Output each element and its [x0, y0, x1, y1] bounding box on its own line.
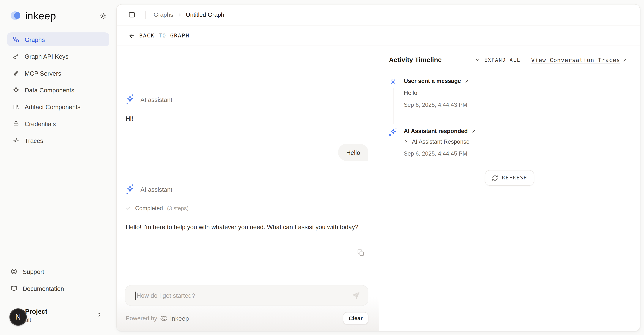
timeline-item-user-message: User sent a message Hello Sep 6, 2025, 4…: [389, 78, 628, 108]
timeline-item-title-row[interactable]: User sent a message: [404, 78, 628, 84]
timeline-item-timestamp: Sep 6, 2025, 4:44:45 PM: [404, 150, 628, 157]
sun-icon: [100, 12, 106, 19]
theme-toggle-button[interactable]: [98, 10, 108, 20]
chat-footer: Powered by inkeep Clear: [126, 312, 368, 325]
refresh-icon: [492, 175, 498, 181]
sidebar: inkeep Graphs: [0, 0, 116, 335]
timeline-header: Activity Timeline EXPAND ALL View Conver…: [389, 56, 628, 64]
copy-button[interactable]: [357, 248, 365, 256]
content-split: AI assistant Hi! Hello AI assistant: [117, 46, 640, 331]
assistant-message-header: AI assistant: [126, 184, 172, 195]
powered-by-brand: inkeep: [170, 315, 189, 322]
topbar-divider: [145, 10, 146, 19]
activity-icon: [13, 137, 19, 144]
assistant-message-header: AI assistant: [126, 94, 172, 105]
workflow-icon: [13, 36, 19, 43]
timeline-actions: EXPAND ALL View Conversation Traces: [475, 57, 628, 63]
powered-by: Powered by inkeep: [126, 314, 189, 322]
arrow-up-right-icon: [622, 57, 628, 62]
assistant-label: AI assistant: [140, 96, 172, 103]
user-message-bubble: Hello: [338, 144, 368, 161]
timeline-connector: [392, 88, 393, 124]
chat-panel: AI assistant Hi! Hello AI assistant: [117, 46, 379, 331]
status-label: Completed: [135, 205, 163, 212]
user-icon: [389, 78, 397, 86]
status-steps: (3 steps): [167, 205, 188, 211]
sidebar-item-graphs[interactable]: Graphs: [7, 32, 109, 46]
sidebar-item-label: Data Components: [24, 86, 74, 93]
timeline-title: Activity Timeline: [389, 56, 442, 64]
sidebar-item-label: Support: [22, 268, 44, 275]
sidebar-item-traces[interactable]: Traces: [7, 134, 109, 148]
breadcrumb: Graphs Untitled Graph: [154, 12, 224, 18]
refresh-button[interactable]: REFRESH: [485, 170, 534, 186]
assistant-message-text: Hello! I'm here to help you with whateve…: [126, 222, 366, 232]
sidebar-item-label: Artifact Components: [24, 103, 80, 110]
topbar: Graphs Untitled Graph: [117, 4, 640, 25]
sidebar-item-artifact-components[interactable]: Artifact Components: [7, 100, 109, 114]
completion-status: Completed (3 steps): [126, 205, 188, 212]
timeline-item-title-row[interactable]: AI Assistant responded: [404, 128, 628, 134]
key-icon: [13, 53, 19, 60]
sidebar-item-data-components[interactable]: Data Components: [7, 83, 109, 97]
breadcrumb-graphs-link[interactable]: Graphs: [154, 12, 173, 18]
assistant-label: AI assistant: [140, 186, 172, 193]
breadcrumb-current-page: Untitled Graph: [186, 12, 224, 18]
chevrons-up-down-icon: [96, 311, 102, 318]
sparkles-icon: [388, 128, 398, 136]
timeline-item-title: AI Assistant responded: [404, 128, 468, 134]
lock-icon: [13, 120, 19, 127]
sidebar-toggle-button[interactable]: [128, 11, 136, 19]
logo-row: inkeep: [10, 9, 108, 22]
assistant-message-text: Hi!: [126, 115, 133, 122]
chevron-right-icon: [177, 12, 182, 18]
panel-left-icon: [128, 11, 136, 19]
sparkles-icon: [126, 93, 134, 105]
timeline-item-timestamp: Sep 6, 2025, 4:44:43 PM: [404, 101, 628, 108]
chevron-right-icon: [404, 139, 409, 144]
sidebar-item-label: Credentials: [24, 120, 56, 127]
user-message-text: Hello: [346, 149, 360, 156]
arrow-left-icon: [128, 32, 135, 39]
app-window: inkeep Graphs: [0, 0, 644, 335]
component-icon: [13, 87, 19, 93]
powered-by-text: Powered by: [126, 315, 157, 322]
life-buoy-icon: [10, 268, 17, 275]
clear-button[interactable]: Clear: [343, 312, 368, 324]
project-title: Project: [25, 308, 47, 316]
assistant-response-expander[interactable]: AI Assistant Response: [404, 138, 628, 145]
arrow-up-right-icon: [471, 128, 476, 134]
expand-all-label: EXPAND ALL: [484, 57, 521, 63]
back-to-graph-link[interactable]: BACK TO GRAPH: [117, 26, 640, 46]
sidebar-item-label: Documentation: [22, 285, 64, 292]
sidebar-item-mcp-servers[interactable]: MCP Servers: [7, 66, 109, 80]
sparkles-icon: [126, 183, 134, 195]
send-button[interactable]: [351, 291, 361, 300]
arrow-up-right-icon: [464, 78, 470, 84]
library-icon: [13, 104, 19, 110]
sidebar-item-credentials[interactable]: Credentials: [7, 117, 109, 130]
view-conversation-traces-link[interactable]: View Conversation Traces: [531, 57, 628, 63]
timeline-item-body: Hello: [404, 90, 628, 96]
sidebar-nav: Graphs Graph API Keys MCP Servers Data C…: [7, 32, 109, 150]
sidebar-item-documentation[interactable]: Documentation: [7, 281, 109, 295]
sidebar-item-label: Graph API Keys: [24, 53, 68, 60]
avatar: N: [10, 308, 27, 326]
expand-all-button[interactable]: EXPAND ALL: [475, 57, 520, 63]
chat-input-placeholder: How do I get started?: [136, 292, 195, 299]
brand-wordmark: inkeep: [25, 10, 56, 22]
mcp-icon: [13, 70, 19, 76]
book-open-icon: [10, 285, 17, 292]
project-subtitle: ult: [25, 316, 47, 324]
check-icon: [126, 205, 131, 211]
timeline-item-title: User sent a message: [404, 78, 461, 84]
sidebar-item-label: Traces: [24, 137, 43, 144]
sidebar-item-support[interactable]: Support: [7, 264, 109, 278]
activity-timeline-panel: Activity Timeline EXPAND ALL View Conver…: [379, 46, 640, 331]
project-switcher[interactable]: Project ult N: [10, 307, 108, 327]
main-card: Graphs Untitled Graph BACK TO GRAPH: [116, 4, 640, 332]
avatar-letter: N: [15, 312, 21, 322]
chevron-down-icon: [475, 57, 480, 63]
chat-input[interactable]: How do I get started?: [125, 285, 368, 306]
sidebar-item-graph-api-keys[interactable]: Graph API Keys: [7, 49, 109, 63]
